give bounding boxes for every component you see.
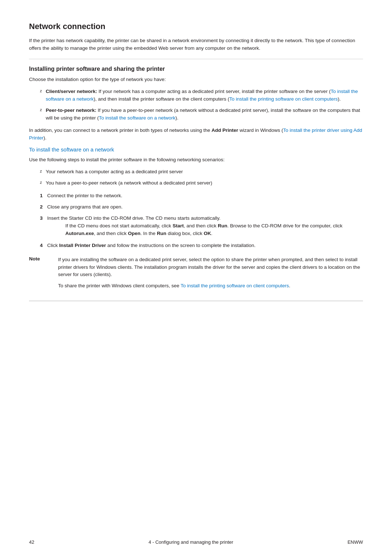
list-item-peer-to-peer: Peer-to-peer network: If you have a peer… [40,107,363,122]
page-content: Network connection If the printer has ne… [0,0,392,337]
add-printer-mid: wizard in Windows ( [238,127,283,133]
step-4-pre: Click [47,243,59,248]
footer-locale: ENWW [347,539,363,545]
peer-to-peer-end: ). [175,115,178,121]
note-para2-pre: To share the printer with Windows client… [58,283,180,288]
step-4: Click Install Printer Driver and follow … [40,242,363,250]
footer-chapter: 4 - Configuring and managing the printer [148,539,233,545]
step-3-text: Insert the Starter CD into the CD-ROM dr… [47,215,220,221]
footer-page-number: 42 [29,539,34,545]
step-3-note-pre: If the CD menu does not start automatica… [65,223,172,228]
add-printer-paragraph: In addition, you can connect to a networ… [29,127,363,142]
add-printer-end: ). [44,135,46,141]
note-para2: To share the printer with Windows client… [58,282,363,290]
client-server-text: If your network has a computer acting as… [99,89,331,94]
intro-paragraph: If the printer has network capability, t… [29,37,363,52]
step-3-run2: Run [157,231,166,236]
step-3-note-end: dialog box, click [166,231,204,236]
scenario-list: Your network has a computer acting as a … [40,168,363,187]
note-section: Note If you are installing the software … [29,256,363,301]
add-printer-text-pre: In addition, you can connect to a networ… [29,127,212,133]
step-4-strong: Install Printer Driver [59,243,106,248]
section-divider [29,59,363,59]
note-content: If you are installing the software on a … [58,256,363,294]
peer-to-peer-label: Peer-to-peer network: [46,108,97,113]
step-3-note-mid2: . Browse to the CD-ROM drive for the com… [227,223,342,228]
page-title: Network connection [29,22,363,31]
list-item-client-server: Client/server network: If your network h… [40,88,363,103]
step-4-post: and follow the instructions on the scree… [106,243,256,248]
link-install-network-2[interactable]: To install the software on a network [99,115,175,121]
client-server-mid: ), and then install the printer software… [94,96,229,102]
step-3-note-mid1: , and then click [184,223,218,228]
step-3-note-mid3: , and then click [94,231,128,236]
step-1: Connect the printer to the network. [40,192,363,200]
scenario-item-1: Your network has a computer acting as a … [40,168,363,176]
step-3-start: Start [172,223,184,228]
scenario-item-2: You have a peer-to-peer network (a netwo… [40,179,363,187]
note-para1: If you are installing the software on a … [58,256,363,279]
page-footer: 42 4 - Configuring and managing the prin… [0,539,392,545]
note-label: Note [29,256,58,294]
client-server-label: Client/server network: [46,89,97,94]
section1-intro: Choose the installation option for the t… [29,76,363,84]
client-server-end: ). [338,96,340,102]
section1-heading: Installing printer software and sharing … [29,66,363,72]
step-3-autorun: Autorun.exe [65,231,94,236]
step-3-note-mid4: . In the [140,231,157,236]
step-3-note-period: . [211,231,212,236]
network-type-list: Client/server network: If your network h… [40,88,363,122]
step-2: Close any programs that are open. [40,203,363,211]
step-3-ok: OK [204,231,211,236]
step-3: Insert the Starter CD into the CD-ROM dr… [40,215,363,238]
steps-list: Connect the printer to the network. Clos… [40,192,363,250]
link-install-client-1[interactable]: To install the printing software on clie… [229,96,338,102]
step-3-open: Open [128,231,141,236]
note-para2-end: . [289,283,290,288]
add-printer-strong: Add Printer [212,127,238,133]
section2-intro: Use the following steps to install the p… [29,156,363,164]
step-3-note: If the CD menu does not start automatica… [65,222,363,238]
section2-heading: To install the software on a network [29,146,363,153]
link-install-client-2[interactable]: To install the printing software on clie… [180,283,289,288]
step-3-run: Run [218,223,227,228]
